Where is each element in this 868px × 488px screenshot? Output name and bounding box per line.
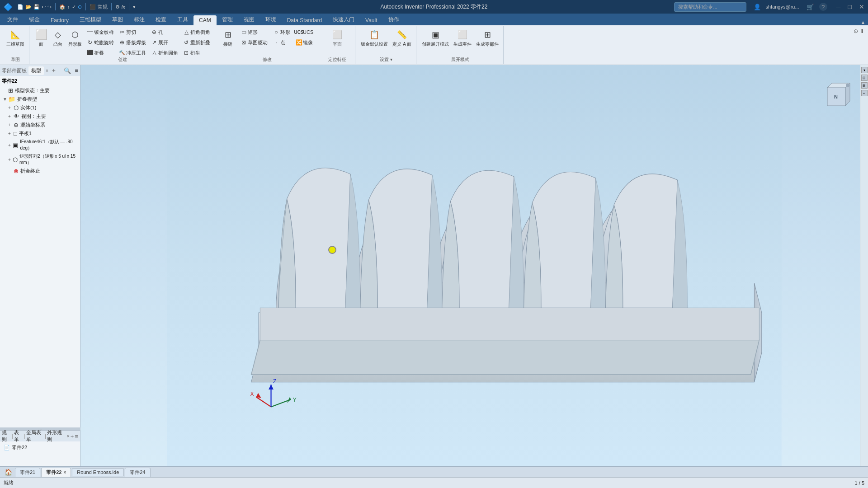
ribbon-btn-fold[interactable]: ⬛ 折叠 (84, 48, 116, 55)
viewcube[interactable]: N (818, 79, 854, 115)
ribbon-btn-gen-assy[interactable]: ⊞ 生成零部件 (474, 27, 500, 49)
qat-save[interactable]: 💾 (33, 4, 40, 10)
tab-part22-close[interactable]: × (64, 470, 66, 475)
sidebar-nav-btn-3[interactable]: ⊟ (861, 82, 868, 89)
ribbon-btn-chapter[interactable]: ⊠ 草图驱动 (238, 38, 269, 47)
ribbon-expand-btn[interactable]: ⬆ (860, 28, 864, 34)
qat-undo[interactable]: ↩ (42, 4, 46, 10)
ribbon-btn-weld[interactable]: ⊕ 搭接焊接 (116, 38, 148, 47)
ribbon-btn-mirror[interactable]: 🔀 镜像 (293, 38, 315, 47)
ribbon-btn-create-unfold[interactable]: ▣ 创建展开模式 (420, 27, 451, 49)
ilogic-tab-rules[interactable]: 规则 (2, 429, 11, 443)
ribbon-btn-press[interactable]: 🔨 冲压工具 (116, 48, 148, 55)
search-bar[interactable]: 搜索帮助和命令... (674, 2, 746, 12)
ribbon-collapse-icon[interactable]: ▴ (862, 19, 864, 25)
qat-fx[interactable]: fx (122, 4, 126, 9)
tab-inspect[interactable]: 检查 (150, 14, 172, 25)
panel-tab-close[interactable]: × (46, 68, 48, 73)
ribbon-btn-gen-part[interactable]: ⬜ 生成零件 (452, 27, 473, 49)
sidebar-nav-btn-1[interactable]: ▾ (861, 67, 868, 73)
qat-check[interactable]: ✓ (72, 4, 76, 10)
tree-item-error[interactable]: ⊗ 折金终止 (1, 167, 79, 175)
qat-home[interactable]: 🏠 (59, 4, 66, 10)
user-label[interactable]: shfangys@ru... (765, 4, 799, 9)
tab-annotate[interactable]: 标注 (128, 14, 150, 25)
ribbon-btn-ucs[interactable]: UCS UCS (293, 27, 315, 37)
tree-item-origin[interactable]: + ⊕ 源始坐标系 (1, 121, 79, 129)
tree-item-array[interactable]: + ⬡ 矩形阵列2（矩形 x 5 ul x 15 mm） (1, 152, 79, 167)
cart-icon[interactable]: 🛒 (807, 4, 814, 10)
ribbon-btn-cut[interactable]: ✂ 剪切 (116, 27, 148, 37)
qat-settings[interactable]: ⚙ (115, 4, 120, 10)
qat-new[interactable]: 📄 (17, 4, 24, 10)
tree-item-fold-model[interactable]: ▼ 📁 折叠模型 (1, 95, 79, 103)
ilogic-item-part22[interactable]: 📄 零件22 (2, 443, 78, 452)
ilogic-menu[interactable]: ≡ (75, 433, 78, 440)
ribbon-btn-face[interactable]: ⬜ 面 (33, 27, 49, 49)
ribbon-btn-panel[interactable]: ⬡ 异形板 (66, 27, 84, 49)
close-btn[interactable]: ✕ (859, 3, 864, 10)
qat-extra[interactable]: ▾ (133, 4, 136, 10)
ribbon-btn-3dsketch[interactable]: 📐 三维草图 (5, 27, 26, 49)
ilogic-tab-add[interactable]: + (71, 433, 74, 440)
tab-collaborate[interactable]: 协作 (383, 14, 405, 25)
tree-item-plate[interactable]: + □ 平板1 (1, 129, 79, 138)
qat-up[interactable]: ↑ (67, 4, 70, 9)
minimize-btn[interactable]: ─ (836, 3, 841, 10)
ilogic-tab-forms[interactable]: 表单 (14, 429, 23, 443)
help-icon[interactable]: ? (819, 3, 827, 11)
ribbon-btn-seam[interactable]: ⊞ 接缝 (219, 27, 237, 49)
tree-item-feature46[interactable]: + ▣ lFeature46:1（默认 — -90 deg） (1, 138, 79, 152)
vp-tab-round-emboss[interactable]: Round Emboss.ide (72, 468, 124, 476)
qat-open[interactable]: 📂 (25, 4, 32, 10)
panel-search-icon[interactable]: 🔍 (64, 67, 71, 74)
qat-circle[interactable]: ⊙ (78, 4, 82, 10)
qat-mode[interactable]: ⬛ (90, 4, 96, 10)
tab-file[interactable]: 文件 (2, 14, 24, 25)
tab-sketch[interactable]: 草图 (107, 14, 128, 25)
ribbon-btn-fillet[interactable]: △ 折角圆角 (148, 48, 180, 55)
tab-manage[interactable]: 管理 (217, 14, 238, 25)
ilogic-tab-global[interactable]: 全局表单 (26, 429, 44, 443)
panel-menu-icon[interactable]: ≡ (75, 67, 78, 74)
ribbon-btn-define-a[interactable]: 📏 定义 A 面 (391, 27, 413, 49)
ribbon-btn-unfold[interactable]: ↗ 展开 (148, 38, 180, 47)
ribbon-btn-boss[interactable]: ◇ 凸台 (50, 27, 66, 49)
tree-item-model-state[interactable]: ⊞ 模型状态：主要 (1, 86, 79, 95)
tab-view[interactable]: 视图 (238, 14, 260, 25)
sidebar-nav-btn-2[interactable]: ⊞ (861, 75, 868, 81)
ribbon-btn-texture[interactable]: 〰 钣金纹样 (84, 27, 116, 37)
ilogic-tab-close[interactable]: × (66, 433, 69, 439)
tab-vault[interactable]: Vault (360, 15, 382, 25)
tree-item-solid[interactable]: + ⬡ 实体(1) (1, 103, 79, 112)
tab-environment[interactable]: 环境 (260, 14, 282, 25)
ribbon-btn-snake[interactable]: ↻ 蛇腹旋转 (84, 38, 116, 47)
ribbon-btn-rect[interactable]: ▭ 矩形 (238, 27, 269, 37)
tab-shortcut[interactable]: 快速入门 (327, 14, 360, 25)
tab-data-standard[interactable]: Data Standard (282, 15, 327, 25)
qat-redo[interactable]: ↪ (47, 4, 52, 10)
tab-tools[interactable]: 工具 (172, 14, 193, 25)
tab-3d-model[interactable]: 三维模型 (74, 14, 107, 25)
tab-home-icon[interactable]: 🏠 (5, 469, 12, 476)
ribbon-btn-refold[interactable]: ↺ 重新折叠 (180, 38, 212, 47)
tab-cam[interactable]: CAM (193, 15, 217, 25)
ribbon-btn-hole[interactable]: ⊖ 孔 (148, 27, 180, 37)
ribbon-btn-plane[interactable]: ⬜ 平面 (328, 27, 346, 49)
vp-tab-part24[interactable]: 零件24 (125, 468, 150, 477)
ilogic-tab-shape[interactable]: 外形规则 (47, 429, 65, 443)
viewport[interactable]: Y X Z N ▾ ⊞ ⊟ ▪ (80, 65, 868, 466)
vp-tab-part22[interactable]: 零件22 × (41, 468, 71, 477)
tab-factory[interactable]: Factory (45, 15, 74, 25)
ribbon-btn-chamfer[interactable]: △ 折角倒角 (180, 27, 212, 37)
vp-tab-part21[interactable]: 零件21 (15, 468, 40, 477)
ribbon-right-btn[interactable]: ⊙ (854, 28, 858, 34)
ribbon-btn-point[interactable]: · 点 (270, 38, 292, 47)
tree-item-view[interactable]: + 👁 视图：主要 (1, 112, 79, 121)
ribbon-btn-sheetmetal-default[interactable]: 📋 钣金默认设置 (359, 27, 390, 49)
ribbon-btn-round[interactable]: ○ 环形 (270, 27, 292, 37)
panel-tab-model[interactable]: 模型 (28, 66, 44, 75)
panel-tab-add[interactable]: + (52, 67, 56, 74)
ribbon-btn-generate[interactable]: ⊡ 衍生 (180, 48, 212, 55)
sidebar-nav-btn-4[interactable]: ▪ (861, 90, 868, 96)
